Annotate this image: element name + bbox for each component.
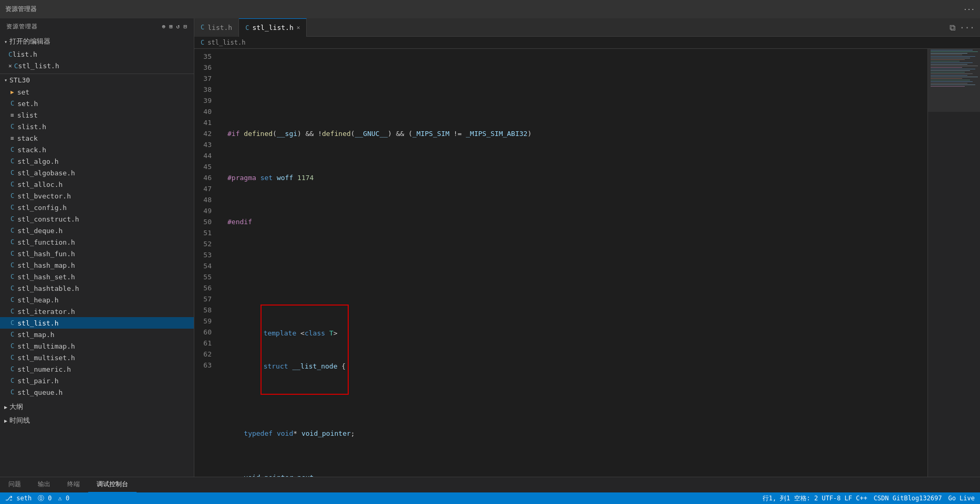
status-golive[interactable]: Go Live: [948, 495, 975, 502]
status-warnings[interactable]: ⚠ 0: [58, 495, 70, 502]
kw-struct-41: struct: [264, 361, 288, 372]
line-numbers: 35 36 37 38 39 40 41 42 43 44 45 46 47 4…: [194, 49, 223, 477]
plain-37: [273, 172, 277, 183]
stl-bvector-h-icon: C: [11, 192, 14, 200]
tab-list-h[interactable]: C list.h: [194, 18, 239, 37]
status-errors[interactable]: ⓪ 0: [38, 494, 51, 503]
sidebar-item-set-folder[interactable]: ▶ set: [0, 86, 194, 98]
stl-heap-h-icon: C: [11, 296, 14, 303]
sidebar-item-stl-function-h[interactable]: C stl_function.h: [0, 236, 194, 248]
title-text: 资源管理器: [5, 5, 37, 14]
ln-63: 63: [194, 360, 218, 371]
timeline-header[interactable]: ▶ 时间线: [0, 414, 194, 427]
sidebar-item-stl-config-h[interactable]: C stl_config.h: [0, 202, 194, 213]
folder-chevron: ▾: [4, 77, 7, 83]
sidebar-item-stl-heap-h[interactable]: C stl_heap.h: [0, 294, 194, 306]
plain-43b: ;: [314, 472, 318, 477]
sidebar-item-stl-map-h[interactable]: C stl_map.h: [0, 329, 194, 340]
ident-sgi: __sgi: [277, 128, 297, 139]
sidebar-title-bar: 资源管理器 ⊕ ⊞ ↺ ⊟: [0, 18, 194, 35]
ident-void-ptr: void_pointer: [301, 428, 351, 439]
code-content[interactable]: #if defined(__sgi) && !defined(__GNUC__)…: [223, 49, 927, 477]
sidebar-item-slist-h[interactable]: C slist.h: [0, 121, 194, 132]
open-editor-list-h[interactable]: C list.h: [0, 48, 194, 60]
collapse-icon[interactable]: ⊟: [183, 23, 187, 30]
ln-37: 37: [194, 73, 218, 84]
sidebar-item-stl-multimap-h[interactable]: C stl_multimap.h: [0, 340, 194, 352]
minimap-canvas: [928, 49, 980, 477]
ln-55: 55: [194, 271, 218, 282]
bottom-tab-terminal[interactable]: 终端: [59, 477, 88, 493]
tab-list-h-icon: C: [201, 24, 204, 31]
sidebar-item-stl-bvector-h[interactable]: C stl_bvector.h: [0, 190, 194, 202]
sidebar-item-stl-pair-h[interactable]: C stl_pair.h: [0, 375, 194, 386]
ident-mips2: _MIPS_SIM_ABI32: [466, 128, 527, 139]
sidebar-item-stl-list-h[interactable]: C stl_list.h: [0, 317, 194, 329]
tab-stl-list-h[interactable]: C stl_list.h ✕: [239, 18, 307, 37]
ln-58: 58: [194, 304, 218, 316]
tab-stl-list-close-icon[interactable]: ✕: [297, 24, 300, 31]
outline-header[interactable]: ▶ 大纲: [0, 400, 194, 414]
open-editor-stl-list-h[interactable]: ✕ C stl_list.h: [0, 60, 194, 71]
plain-37b: [293, 172, 297, 183]
sidebar-title-text: 资源管理器: [6, 23, 38, 30]
folder-header[interactable]: ▾ STL30: [0, 74, 194, 86]
sidebar-item-stl-hashtable-h[interactable]: C stl_hashtable.h: [0, 282, 194, 294]
sidebar-item-stl-multiset-h[interactable]: C stl_multiset.h: [0, 352, 194, 363]
sidebar-item-stl-hash-fun-h[interactable]: C stl_hash_fun.h: [0, 248, 194, 259]
sidebar-item-stl-construct-h-label: stl_construct.h: [17, 215, 79, 223]
new-file-icon[interactable]: ⊕: [162, 23, 166, 30]
sidebar-scroll[interactable]: ▾ 打开的编辑器 C list.h ✕ C stl_list.h ▾ STL30: [0, 35, 194, 477]
ln-40: 40: [194, 106, 218, 117]
sidebar-item-stl-alloc-h[interactable]: C stl_alloc.h: [0, 178, 194, 190]
sidebar-item-stack-h[interactable]: C stack.h: [0, 144, 194, 155]
sidebar-item-stl-construct-h[interactable]: C stl_construct.h: [0, 213, 194, 225]
sidebar-item-slist-folder[interactable]: ≡ slist: [0, 109, 194, 121]
folder-tree: ▾ STL30 ▶ set C set.h ≡ slist C: [0, 74, 194, 398]
ident-gnuc: __GNUC__: [355, 128, 388, 139]
ident-voidptr-43: void_pointer: [244, 472, 293, 477]
stl-multimap-h-icon: C: [11, 342, 14, 350]
close-stl-list-icon[interactable]: ✕: [8, 62, 12, 69]
new-folder-icon[interactable]: ⊞: [169, 23, 173, 30]
stl-numeric-h-icon: C: [11, 365, 14, 373]
split-editor-icon[interactable]: ⧉: [950, 23, 955, 33]
sidebar-item-stl-iterator-h[interactable]: C stl_iterator.h: [0, 306, 194, 317]
sidebar-item-stl-hash-map-h[interactable]: C stl_hash_map.h: [0, 259, 194, 271]
bottom-tab-problems[interactable]: 问题: [0, 477, 29, 493]
tab-stl-list-h-icon: C: [245, 24, 249, 32]
refresh-icon[interactable]: ↺: [176, 23, 181, 30]
ln-48: 48: [194, 194, 218, 205]
ln-62: 62: [194, 349, 218, 360]
ln-61: 61: [194, 338, 218, 349]
sidebar-item-stl-algobase-h[interactable]: C stl_algobase.h: [0, 167, 194, 178]
open-editors-section: ▾ 打开的编辑器 C list.h ✕ C stl_list.h: [0, 35, 194, 74]
bottom-tab-debug[interactable]: 调试控制台: [88, 477, 137, 493]
more-actions-icon[interactable]: ···: [960, 23, 975, 33]
minimap[interactable]: [927, 49, 980, 477]
sidebar-item-stl-algo-h-label: stl_algo.h: [17, 158, 58, 165]
sidebar-item-stack-folder[interactable]: ≡ stack: [0, 132, 194, 144]
ln-39: 39: [194, 95, 218, 106]
sidebar-item-set-h[interactable]: C set.h: [0, 98, 194, 109]
ln-41: 41: [194, 117, 218, 128]
title-bar: 资源管理器 ···: [0, 0, 980, 18]
highlight-box-1: template <class T> struct __list_node {: [260, 304, 349, 395]
stl-list-h-tree-icon: C: [11, 319, 14, 327]
title-action-more[interactable]: ···: [963, 6, 975, 13]
open-editors-header[interactable]: ▾ 打开的编辑器: [0, 35, 194, 48]
status-branch[interactable]: ⎇ seth: [5, 495, 32, 502]
outline-label: 大纲: [9, 402, 23, 412]
sidebar-item-stl-hash-set-h[interactable]: C stl_hash_set.h: [0, 271, 194, 282]
sidebar-item-stl-algo-h[interactable]: C stl_algo.h: [0, 155, 194, 167]
code-line-41: struct __list_node {: [264, 361, 346, 372]
sidebar-item-stl-numeric-h[interactable]: C stl_numeric.h: [0, 363, 194, 375]
plain-40a: <: [296, 328, 305, 339]
sidebar-item-stl-list-h-label: stl_list.h: [17, 319, 58, 327]
set-h-c-icon: C: [11, 100, 14, 107]
open-editor-stl-list-h-label: stl_list.h: [18, 62, 59, 70]
sidebar-item-stl-queue-h[interactable]: C stl_queue.h: [0, 386, 194, 398]
bottom-tab-output[interactable]: 输出: [29, 477, 59, 493]
sidebar-item-stl-hash-fun-h-label: stl_hash_fun.h: [17, 250, 75, 258]
sidebar-item-stl-deque-h[interactable]: C stl_deque.h: [0, 225, 194, 236]
